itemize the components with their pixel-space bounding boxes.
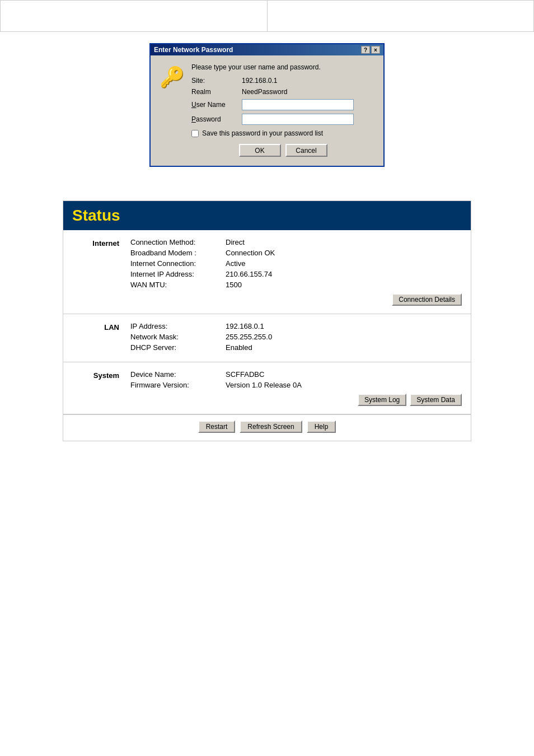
system-section: System Device Name: SCFFADBC Firmware Ve… <box>63 362 471 414</box>
lan-label: LAN <box>104 323 119 332</box>
top-table-cell-4 <box>267 16 534 32</box>
bottom-btn-row: Restart Refresh Screen Help <box>63 414 471 441</box>
internet-ip-row: Internet IP Address: 210.66.155.74 <box>130 270 462 278</box>
firmware-version-val: Version 1.0 Release 0A <box>226 381 302 389</box>
connection-method-val: Direct <box>226 238 245 246</box>
device-name-row: Device Name: SCFFADBC <box>130 370 462 379</box>
wan-mtu-row: WAN MTU: 1500 <box>130 281 462 289</box>
top-table-cell-1 <box>1 1 268 16</box>
lan-section: LAN IP Address: 192.168.0.1 Network Mask… <box>63 314 471 362</box>
wan-mtu-val: 1500 <box>226 281 242 289</box>
broadband-modem-row: Broadband Modem : Connection OK <box>130 249 462 257</box>
top-table-cell-2 <box>267 1 534 16</box>
connection-details-button[interactable]: Connection Details <box>392 293 462 306</box>
lan-label-col: LAN <box>63 322 130 354</box>
dialog-help-button[interactable]: ? <box>361 46 370 54</box>
ok-button[interactable]: OK <box>239 144 281 157</box>
internet-label-col: Internet <box>63 238 130 306</box>
top-table-cell-3 <box>1 16 268 32</box>
realm-label: Realm <box>191 88 242 96</box>
internet-ip-key: Internet IP Address: <box>130 270 226 278</box>
broadband-modem-val: Connection OK <box>226 249 275 257</box>
realm-row: Realm NeedPassword <box>191 88 374 96</box>
ip-address-key: IP Address: <box>130 322 226 330</box>
dialog-prompt: Please type your user name and password. <box>191 63 374 71</box>
device-name-key: Device Name: <box>130 370 226 379</box>
username-input[interactable] <box>242 99 354 110</box>
site-row: Site: 192.168.0.1 <box>191 77 374 85</box>
site-label: Site: <box>191 77 242 85</box>
save-password-checkbox[interactable] <box>191 130 199 137</box>
broadband-modem-key: Broadband Modem : <box>130 249 226 257</box>
dhcp-server-key: DHCP Server: <box>130 343 226 352</box>
dialog-titlebar-buttons: ? × <box>361 46 380 54</box>
help-button[interactable]: Help <box>307 421 336 433</box>
network-password-dialog: Enter Network Password ? × 🔑 Please type… <box>149 43 385 167</box>
system-btn-row: System Log System Data <box>130 394 462 406</box>
status-header: Status <box>63 201 471 230</box>
firmware-version-key: Firmware Version: <box>130 381 226 389</box>
lan-content: IP Address: 192.168.0.1 Network Mask: 25… <box>130 322 471 354</box>
internet-connection-val: Active <box>226 259 245 268</box>
password-label-p: P <box>191 115 196 123</box>
system-data-button[interactable]: System Data <box>410 394 462 406</box>
refresh-screen-button[interactable]: Refresh Screen <box>240 421 302 433</box>
system-label-col: System <box>63 370 130 406</box>
dialog-overlay: Enter Network Password ? × 🔑 Please type… <box>0 43 534 167</box>
password-row: Password <box>191 114 374 125</box>
network-mask-val: 255.255.255.0 <box>226 333 272 341</box>
restart-button[interactable]: Restart <box>198 421 236 433</box>
username-label-u: U <box>191 101 196 109</box>
username-row: User Name <box>191 99 374 110</box>
ip-address-val: 192.168.0.1 <box>226 322 264 330</box>
dialog-titlebar: Enter Network Password ? × <box>151 44 383 55</box>
save-password-row: Save this password in your password list <box>191 129 374 137</box>
ip-address-row: IP Address: 192.168.0.1 <box>130 322 462 330</box>
wan-mtu-key: WAN MTU: <box>130 281 226 289</box>
network-mask-row: Network Mask: 255.255.255.0 <box>130 333 462 341</box>
dialog-buttons: OK Cancel <box>191 144 374 159</box>
internet-section: Internet Connection Method: Direct Broad… <box>63 230 471 314</box>
site-value: 192.168.0.1 <box>242 77 277 85</box>
dhcp-server-val: Enabled <box>226 343 252 352</box>
connection-method-row: Connection Method: Direct <box>130 238 462 246</box>
internet-label: Internet <box>92 239 119 248</box>
internet-content: Connection Method: Direct Broadband Mode… <box>130 238 471 306</box>
system-content: Device Name: SCFFADBC Firmware Version: … <box>130 370 471 406</box>
password-label: Password <box>191 115 242 123</box>
dialog-title: Enter Network Password <box>154 46 233 54</box>
system-label: System <box>93 371 119 380</box>
dialog-close-button[interactable]: × <box>371 46 380 54</box>
realm-value: NeedPassword <box>242 88 287 96</box>
cancel-button[interactable]: Cancel <box>285 144 327 157</box>
firmware-version-row: Firmware Version: Version 1.0 Release 0A <box>130 381 462 389</box>
password-input[interactable] <box>242 114 354 125</box>
top-table <box>0 0 534 32</box>
internet-ip-val: 210.66.155.74 <box>226 270 272 278</box>
network-mask-key: Network Mask: <box>130 333 226 341</box>
status-body: Internet Connection Method: Direct Broad… <box>63 230 471 441</box>
device-name-val: SCFFADBC <box>226 370 264 379</box>
status-panel: Status Internet Connection Method: Direc… <box>63 200 471 441</box>
dhcp-server-row: DHCP Server: Enabled <box>130 343 462 352</box>
dialog-body: 🔑 Please type your user name and passwor… <box>151 55 383 166</box>
key-icon: 🔑 <box>160 66 185 159</box>
username-label: User Name <box>191 101 242 109</box>
system-log-button[interactable]: System Log <box>358 394 406 406</box>
internet-btn-row: Connection Details <box>130 293 462 306</box>
dialog-content: Please type your user name and password.… <box>191 63 374 159</box>
connection-method-key: Connection Method: <box>130 238 226 246</box>
internet-connection-row: Internet Connection: Active <box>130 259 462 268</box>
status-title: Status <box>72 207 120 224</box>
save-password-label: Save this password in your password list <box>202 129 323 137</box>
internet-connection-key: Internet Connection: <box>130 259 226 268</box>
